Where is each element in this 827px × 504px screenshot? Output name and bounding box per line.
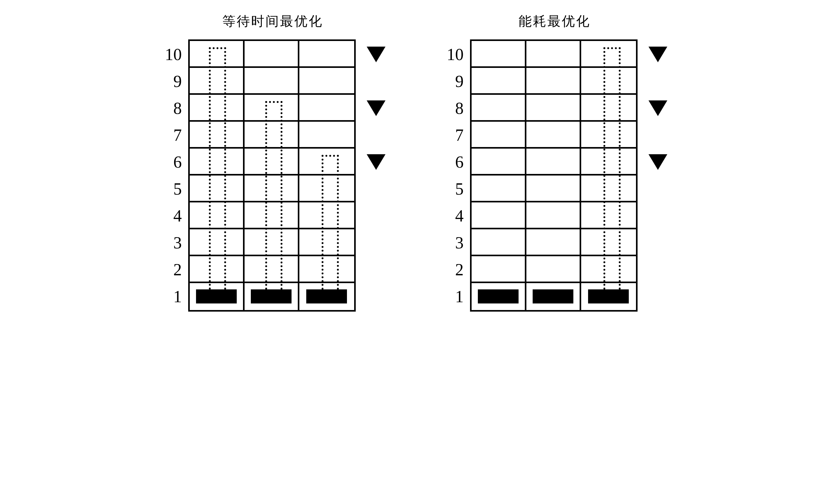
grid-row: [190, 283, 354, 310]
grid-cell: [245, 122, 299, 147]
panel-wait-optimization: 等待时间最优化 10 9 8 7 6 5 4 3 2 1: [160, 12, 385, 312]
floor-label: 6: [442, 149, 464, 175]
grid-cell: [472, 41, 526, 66]
floor-label: 5: [160, 175, 182, 203]
call-markers: [648, 41, 667, 310]
grid-row: [472, 203, 636, 229]
floor-label: 8: [442, 95, 464, 122]
grid-wrap: [470, 40, 638, 312]
grid-cell: [581, 149, 636, 174]
grid-row: [190, 175, 354, 203]
grid-row: [190, 68, 354, 95]
grid-row: [472, 283, 636, 310]
grid-cell: [245, 283, 299, 310]
grid-cell: [472, 95, 526, 120]
elevator-icon: [196, 289, 237, 303]
grid-row: [190, 256, 354, 283]
grid-cell: [472, 203, 526, 228]
grid-row: [190, 149, 354, 175]
chart-row: 10 9 8 7 6 5 4 3 2 1: [160, 40, 385, 312]
floor-label: 3: [160, 229, 182, 256]
grid-cell: [526, 203, 581, 228]
floor-labels: 10 9 8 7 6 5 4 3 2 1: [442, 41, 464, 310]
grid-cell: [190, 229, 245, 255]
floor-label: 10: [442, 41, 464, 68]
grid-cell: [245, 95, 299, 120]
grid-wrap: [188, 40, 356, 312]
floor-label: 4: [160, 203, 182, 229]
grid-cell: [190, 95, 245, 120]
grid-row: [190, 122, 354, 149]
grid-cell: [245, 149, 299, 174]
grid-row: [190, 203, 354, 229]
down-arrow-icon: [648, 47, 667, 62]
grid-row: [472, 41, 636, 68]
grid-cell: [526, 41, 581, 66]
grid-cell: [526, 229, 581, 255]
floor-label: 4: [442, 203, 464, 229]
panel-title: 等待时间最优化: [222, 12, 323, 30]
grid-cell: [299, 68, 354, 93]
floor-label: 1: [442, 283, 464, 310]
elevator-icon: [533, 289, 573, 303]
grid-cell: [299, 175, 354, 201]
down-arrow-icon: [367, 154, 385, 170]
grid-cell: [581, 95, 636, 120]
grid-cell: [245, 256, 299, 282]
grid-cell: [190, 68, 245, 93]
floor-label: 9: [442, 68, 464, 95]
elevator-icon: [478, 289, 519, 303]
grid-cell: [526, 95, 581, 120]
grid-cell: [581, 256, 636, 282]
floor-label: 5: [442, 175, 464, 203]
grid-row: [472, 175, 636, 203]
grid-cell: [526, 175, 581, 201]
grid-cell: [299, 229, 354, 255]
grid-cell: [526, 122, 581, 147]
grid-cell: [472, 122, 526, 147]
grid-cell: [299, 122, 354, 147]
building-grid: [470, 40, 638, 312]
grid-row: [472, 149, 636, 175]
panel-energy-optimization: 能耗最优化 10 9 8 7 6 5 4 3 2 1: [442, 12, 667, 312]
chart-row: 10 9 8 7 6 5 4 3 2 1: [442, 40, 667, 312]
down-arrow-icon: [648, 100, 667, 116]
elevator-icon: [588, 289, 629, 303]
grid-cell: [299, 95, 354, 120]
down-arrow-icon: [367, 47, 385, 62]
panel-title: 能耗最优化: [519, 12, 591, 30]
grid-cell: [526, 256, 581, 282]
floor-label: 9: [160, 68, 182, 95]
building-grid: [188, 40, 356, 312]
grid-cell: [526, 68, 581, 93]
grid-cell: [299, 41, 354, 66]
grid-cell: [581, 203, 636, 228]
grid-cell: [472, 175, 526, 201]
grid-cell: [190, 175, 245, 201]
grid-cell: [245, 203, 299, 228]
grid-cell: [581, 229, 636, 255]
grid-row: [472, 95, 636, 122]
grid-cell: [581, 122, 636, 147]
grid-cell: [190, 122, 245, 147]
grid-row: [472, 229, 636, 256]
grid-cell: [190, 203, 245, 228]
grid-cell: [190, 41, 245, 66]
elevator-icon: [306, 289, 347, 303]
floor-label: 3: [442, 229, 464, 256]
grid-cell: [526, 283, 581, 310]
floor-label: 8: [160, 95, 182, 122]
floor-label: 2: [160, 256, 182, 283]
grid-row: [472, 68, 636, 95]
grid-cell: [526, 149, 581, 174]
grid-cell: [245, 68, 299, 93]
grid-row: [190, 229, 354, 256]
grid-cell: [472, 256, 526, 282]
grid-cell: [472, 149, 526, 174]
grid-cell: [581, 175, 636, 201]
elevator-icon: [251, 289, 292, 303]
floor-label: 10: [160, 41, 182, 68]
grid-cell: [581, 68, 636, 93]
call-markers: [367, 41, 385, 310]
grid-cell: [190, 149, 245, 174]
